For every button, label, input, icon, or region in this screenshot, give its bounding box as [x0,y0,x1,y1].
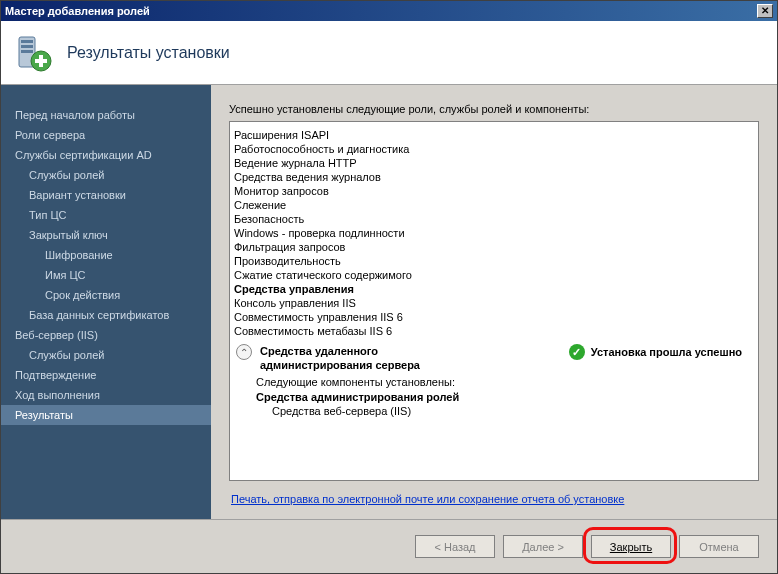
results-listbox[interactable]: Расширения ISAPIРаботоспособность и диаг… [229,121,759,481]
back-button: < Назад [415,535,495,558]
next-button: Далее > [503,535,583,558]
sidebar-item[interactable]: Результаты [1,405,211,425]
cancel-button: Отмена [679,535,759,558]
sidebar-item[interactable]: Роли сервера [1,125,211,145]
components-group: Средства администрирования ролей [234,390,754,404]
intro-text: Успешно установлены следующие роли, служ… [229,103,759,115]
sidebar-item[interactable]: Службы сертификации AD [1,145,211,165]
sidebar-item[interactable]: Вариант установки [1,185,211,205]
sidebar-item[interactable]: Ход выполнения [1,385,211,405]
sidebar-item[interactable]: Шифрование [1,245,211,265]
wizard-sidebar: Перед началом работыРоли сервераСлужбы с… [1,85,211,519]
sidebar-item[interactable]: Службы ролей [1,165,211,185]
result-item: Расширения ISAPI [234,128,754,142]
components-item: Средства веб-сервера (IIS) [234,404,754,421]
sidebar-item[interactable]: Перед началом работы [1,105,211,125]
result-item: Слежение [234,198,754,212]
result-item: Windows - проверка подлинности [234,226,754,240]
window-title: Мастер добавления ролей [5,5,150,17]
report-link[interactable]: Печать, отправка по электронной почте ил… [229,481,759,509]
result-item: Монитор запросов [234,184,754,198]
titlebar: Мастер добавления ролей ✕ [1,1,777,21]
sidebar-item[interactable]: Тип ЦС [1,205,211,225]
status-badge: ✓ Установка прошла успешно [569,344,754,360]
section-title: Средства удаленного администрирования се… [260,344,420,372]
wizard-window: Мастер добавления ролей ✕ Результаты уст… [0,0,778,574]
svg-rect-3 [21,50,33,53]
sidebar-item[interactable]: Имя ЦС [1,265,211,285]
svg-rect-2 [21,45,33,48]
server-role-icon [13,33,53,73]
result-item: Совместимость метабазы IIS 6 [234,324,754,338]
sidebar-item[interactable]: Срок действия [1,285,211,305]
svg-rect-6 [35,59,47,63]
result-item: Сжатие статического содержимого [234,268,754,282]
result-item: Фильтрация запросов [234,240,754,254]
sidebar-item[interactable]: Службы ролей [1,345,211,365]
main-panel: Успешно установлены следующие роли, служ… [211,85,777,519]
result-item: Производительность [234,254,754,268]
sidebar-item[interactable]: Подтверждение [1,365,211,385]
remote-admin-section: ⌃ Средства удаленного администрирования … [234,338,754,374]
result-item: Средства ведения журналов [234,170,754,184]
close-icon[interactable]: ✕ [757,4,773,18]
result-item: Средства управления [234,282,754,296]
close-button[interactable]: Закрыть [591,535,671,558]
sidebar-item[interactable]: База данных сертификатов [1,305,211,325]
result-item: Безопасность [234,212,754,226]
svg-rect-1 [21,40,33,43]
wizard-header: Результаты установки [1,21,777,85]
result-item: Консоль управления IIS [234,296,754,310]
chevron-up-icon[interactable]: ⌃ [236,344,252,360]
page-title: Результаты установки [67,44,230,62]
components-note: Следующие компоненты установлены: [234,374,754,390]
sidebar-item[interactable]: Веб-сервер (IIS) [1,325,211,345]
sidebar-item[interactable]: Закрытый ключ [1,225,211,245]
result-item: Ведение журнала HTTP [234,156,754,170]
result-item: Совместимость управления IIS 6 [234,310,754,324]
result-item: Работоспособность и диагностика [234,142,754,156]
success-icon: ✓ [569,344,585,360]
wizard-footer: < Назад Далее > Закрыть Отмена [1,519,777,573]
